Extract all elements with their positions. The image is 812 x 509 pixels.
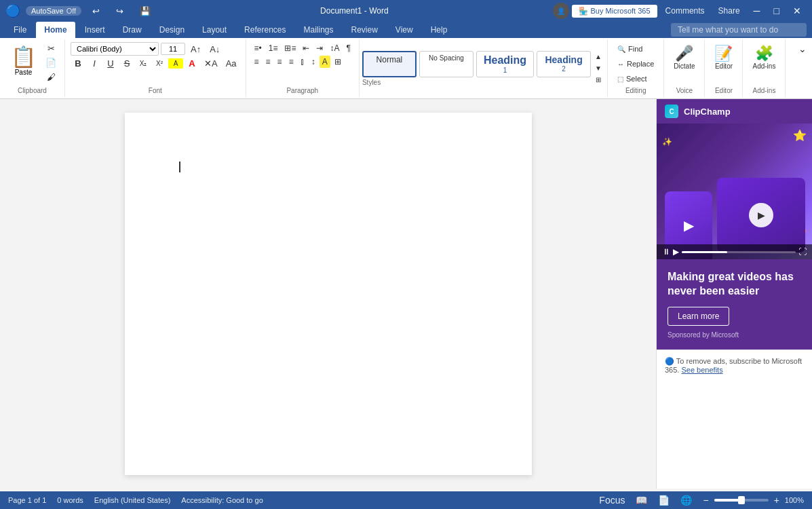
web-view-button[interactable]: 🌐 — [678, 493, 695, 507]
video-preview: ⭐ ✨ ❤ ▶ ▶ ⏸ ▶ ⛶ — [657, 124, 812, 259]
learn-more-button[interactable]: Learn more — [668, 307, 729, 326]
tab-references[interactable]: References — [236, 22, 294, 38]
tab-insert[interactable]: Insert — [77, 22, 113, 38]
document-page[interactable] — [125, 113, 532, 475]
styles-scroll-down[interactable]: ▼ — [592, 63, 604, 73]
change-case-button[interactable]: Aa — [223, 57, 240, 70]
comments-button[interactable]: Comments — [660, 4, 710, 18]
ribbon-collapse-button[interactable]: ⌄ — [796, 42, 809, 56]
subscript-button[interactable]: X₂ — [136, 58, 151, 69]
tab-file[interactable]: File — [5, 22, 35, 38]
font-color-button[interactable]: A — [185, 57, 199, 70]
undo-button[interactable]: ↩ — [87, 3, 105, 19]
decrease-indent-button[interactable]: ⇤ — [300, 42, 312, 54]
page-info: Page 1 of 1 — [8, 496, 46, 504]
video-progress-bar[interactable] — [682, 251, 796, 253]
sort-button[interactable]: ↕A — [327, 42, 342, 54]
zoom-in-button[interactable]: + — [771, 493, 782, 507]
font-size-input[interactable] — [161, 43, 185, 55]
profile-avatar[interactable]: 👤 — [553, 3, 569, 19]
cut-button[interactable]: ✂ — [43, 42, 59, 55]
tab-design[interactable]: Design — [151, 22, 193, 38]
zoom-out-button[interactable]: − — [700, 493, 711, 507]
dictate-button[interactable]: 🎤 Dictate — [670, 42, 699, 73]
line-spacing-button[interactable]: ↕ — [309, 56, 318, 68]
paste-button[interactable]: 📋 Paste — [5, 42, 41, 79]
save-button[interactable]: 💾 — [134, 3, 156, 19]
tab-home[interactable]: Home — [36, 22, 75, 38]
bullets-button[interactable]: ≡• — [252, 42, 265, 54]
zoom-slider-thumb[interactable] — [738, 496, 745, 504]
font-group-content: Calibri (Body) A↑ A↓ B I U S X₂ X² A — [71, 42, 240, 86]
paste-label: Paste — [15, 69, 33, 76]
read-view-button[interactable]: 📖 — [633, 493, 650, 507]
zoom-slider-track[interactable] — [714, 499, 769, 502]
align-left-button[interactable]: ≡ — [252, 56, 262, 68]
play-button-preview[interactable]: ▶ — [749, 203, 773, 227]
buy-microsoft365-button[interactable]: 🏪 Buy Microsoft 365 — [572, 5, 657, 18]
justify-button[interactable]: ≡ — [286, 56, 296, 68]
tab-review[interactable]: Review — [343, 22, 386, 38]
addins-group-content: 🧩 Add-ins — [748, 42, 779, 86]
paste-icon: 📋 — [11, 45, 36, 69]
clear-formatting-button[interactable]: ✕A — [201, 57, 221, 70]
show-hide-button[interactable]: ¶ — [344, 42, 353, 54]
borders-button[interactable]: ⊞ — [332, 56, 344, 68]
multilevel-list-button[interactable]: ⊞≡ — [282, 42, 298, 54]
document-area[interactable] — [0, 99, 656, 489]
editing-label: Editing — [625, 87, 646, 94]
style-heading1[interactable]: Heading 1 — [476, 51, 534, 77]
decrease-font-size-button[interactable]: A↓ — [206, 43, 223, 56]
tab-help[interactable]: Help — [423, 22, 456, 38]
align-center-button[interactable]: ≡ — [263, 56, 273, 68]
copy-button[interactable]: 📄 — [43, 56, 59, 69]
minimize-button[interactable]: ─ — [748, 3, 766, 19]
autosave-toggle[interactable]: AutoSave Off — [26, 6, 81, 16]
underline-button[interactable]: U — [103, 57, 118, 70]
increase-indent-button[interactable]: ⇥ — [313, 42, 326, 54]
align-right-button[interactable]: ≡ — [275, 56, 285, 68]
bold-button[interactable]: B — [71, 57, 85, 70]
columns-button[interactable]: ⫿ — [298, 56, 307, 68]
style-normal[interactable]: Normal — [362, 51, 417, 77]
format-painter-button[interactable]: 🖌 — [43, 71, 59, 83]
italic-button[interactable]: I — [87, 57, 102, 70]
styles-expand[interactable]: ⊞ — [592, 75, 604, 85]
increase-font-size-button[interactable]: A↑ — [187, 43, 204, 56]
style-heading2[interactable]: Heading 2 — [537, 51, 591, 77]
styles-scroll-up[interactable]: ▲ — [592, 52, 604, 62]
replace-icon: ↔ — [617, 60, 624, 68]
sponsored-text: Sponsored by Microsoft — [668, 331, 801, 339]
select-icon: ⬚ — [617, 75, 623, 83]
play-icon-small[interactable]: ▶ — [673, 247, 679, 257]
find-button[interactable]: 🔍 Find — [613, 42, 658, 56]
share-button[interactable]: Share — [713, 4, 746, 18]
fullscreen-icon[interactable]: ⛶ — [798, 247, 807, 257]
close-button[interactable]: ✕ — [788, 3, 807, 19]
addins-button[interactable]: 🧩 Add-ins — [748, 42, 779, 73]
select-button[interactable]: ⬚ Select — [613, 72, 658, 86]
pause-icon[interactable]: ⏸ — [662, 247, 670, 257]
strikethrough-button[interactable]: S — [119, 57, 134, 70]
maximize-button[interactable]: □ — [769, 3, 785, 19]
font-family-select[interactable]: Calibri (Body) — [71, 42, 159, 56]
numbering-button[interactable]: 1≡ — [266, 42, 281, 54]
tab-layout[interactable]: Layout — [194, 22, 235, 38]
replace-button[interactable]: ↔ Replace — [613, 57, 658, 71]
text-highlight-button[interactable]: A — [168, 58, 183, 69]
style-no-spacing[interactable]: No Spacing — [419, 51, 473, 77]
style-heading2-num: 2 — [544, 65, 583, 73]
print-view-button[interactable]: 📄 — [655, 493, 672, 507]
superscript-button[interactable]: X² — [152, 58, 167, 69]
focus-button[interactable]: Focus — [596, 493, 627, 507]
editor-button[interactable]: 📝 Editor — [710, 42, 737, 73]
panel-content: ⭐ ✨ ❤ ▶ ▶ ⏸ ▶ ⛶ — [657, 124, 812, 381]
find-icon: 🔍 — [617, 45, 625, 53]
tab-draw[interactable]: Draw — [115, 22, 150, 38]
shading-button[interactable]: A — [320, 56, 330, 68]
tab-view[interactable]: View — [387, 22, 421, 38]
redo-button[interactable]: ↪ — [111, 3, 129, 19]
search-input[interactable] — [671, 23, 807, 37]
see-benefits-link[interactable]: See benefits — [681, 366, 722, 374]
tab-mailings[interactable]: Mailings — [295, 22, 341, 38]
